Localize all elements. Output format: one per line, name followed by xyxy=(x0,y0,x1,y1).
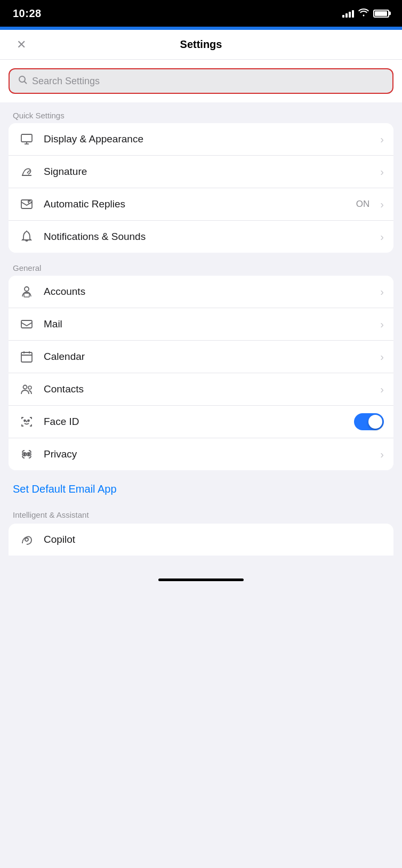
display-appearance-row[interactable]: Display & Appearance › xyxy=(9,123,393,156)
calendar-row[interactable]: Calendar › xyxy=(9,341,393,373)
page-title: Settings xyxy=(180,38,222,51)
svg-rect-14 xyxy=(21,352,32,362)
automatic-replies-value: ON xyxy=(356,199,370,210)
svg-point-25 xyxy=(24,454,26,455)
calendar-icon xyxy=(18,348,35,365)
notifications-sounds-label: Notifications & Sounds xyxy=(44,231,372,243)
quick-settings-label: Quick Settings xyxy=(0,107,402,123)
mail-chevron: › xyxy=(380,318,384,331)
quick-settings-card: Display & Appearance › Signature › xyxy=(9,123,393,253)
svg-point-27 xyxy=(25,538,28,541)
general-label: General xyxy=(0,259,402,276)
faceid-label: Face ID xyxy=(44,416,345,428)
set-default-email-link[interactable]: Set Default Email App xyxy=(0,472,402,504)
notifications-sounds-row[interactable]: Notifications & Sounds › xyxy=(9,221,393,253)
search-bar[interactable]: Search Settings xyxy=(9,68,393,94)
display-chevron: › xyxy=(380,133,384,146)
privacy-chevron: › xyxy=(380,448,384,461)
mail-icon xyxy=(18,316,35,333)
calendar-label: Calendar xyxy=(44,351,372,363)
faceid-row[interactable]: Face ID xyxy=(9,406,393,438)
automatic-replies-label: Automatic Replies xyxy=(44,198,348,210)
display-appearance-label: Display & Appearance xyxy=(44,133,372,145)
mail-label: Mail xyxy=(44,318,372,330)
automatic-replies-chevron: › xyxy=(380,198,384,211)
copilot-row[interactable]: Copilot xyxy=(9,524,393,556)
signature-chevron: › xyxy=(380,166,384,178)
partial-settings-card: Copilot xyxy=(9,524,393,556)
home-indicator-area xyxy=(0,558,402,590)
privacy-icon xyxy=(18,446,35,463)
status-icons xyxy=(342,8,389,19)
signal-icon xyxy=(342,9,354,18)
intelligent-section-label: Intelligent & Assistant xyxy=(0,508,402,524)
accounts-row[interactable]: Accounts › xyxy=(9,276,393,308)
svg-rect-13 xyxy=(21,320,32,328)
svg-point-19 xyxy=(28,386,31,389)
search-icon xyxy=(18,75,28,87)
quick-settings-section: Quick Settings Display & Appearance › xyxy=(0,102,402,255)
svg-line-1 xyxy=(25,81,27,84)
status-bar: 10:28 xyxy=(0,0,402,27)
automatic-replies-row[interactable]: Automatic Replies ON › xyxy=(9,188,393,221)
battery-icon xyxy=(373,10,389,18)
notifications-icon xyxy=(18,228,35,245)
signature-row[interactable]: Signature › xyxy=(9,156,393,188)
copilot-icon xyxy=(18,531,35,548)
header: ✕ Settings xyxy=(0,30,402,60)
contacts-chevron: › xyxy=(380,383,384,396)
close-button[interactable]: ✕ xyxy=(13,36,30,53)
copilot-label: Copilot xyxy=(44,534,384,545)
svg-rect-10 xyxy=(24,293,29,297)
mail-row[interactable]: Mail › xyxy=(9,308,393,341)
contacts-icon xyxy=(18,381,35,398)
general-section: General Accounts › xyxy=(0,255,402,472)
home-indicator xyxy=(158,578,244,581)
svg-point-26 xyxy=(28,454,30,455)
accounts-icon xyxy=(18,283,35,300)
notifications-chevron: › xyxy=(380,231,384,243)
status-time: 10:28 xyxy=(13,7,42,20)
signature-icon xyxy=(18,163,35,180)
automatic-replies-icon xyxy=(18,196,35,213)
svg-point-0 xyxy=(19,76,25,82)
calendar-chevron: › xyxy=(380,351,384,363)
svg-point-21 xyxy=(28,420,29,422)
faceid-icon xyxy=(18,413,35,430)
display-icon xyxy=(18,131,35,148)
signature-label: Signature xyxy=(44,166,372,178)
contacts-label: Contacts xyxy=(44,383,372,395)
intelligent-section: Intelligent & Assistant Copilot xyxy=(0,504,402,558)
privacy-label: Privacy xyxy=(44,448,372,460)
svg-point-20 xyxy=(24,420,26,422)
svg-rect-2 xyxy=(21,134,32,142)
toggle-knob xyxy=(368,415,382,429)
svg-point-9 xyxy=(25,287,29,291)
search-placeholder: Search Settings xyxy=(32,76,100,87)
accounts-label: Accounts xyxy=(44,286,372,298)
general-card: Accounts › Mail › xyxy=(9,276,393,470)
privacy-row[interactable]: Privacy › xyxy=(9,438,393,470)
faceid-toggle[interactable] xyxy=(354,413,384,430)
close-icon: ✕ xyxy=(17,38,26,52)
svg-point-18 xyxy=(23,385,27,389)
accounts-chevron: › xyxy=(380,286,384,298)
wifi-icon xyxy=(358,8,369,19)
contacts-row[interactable]: Contacts › xyxy=(9,373,393,406)
search-container: Search Settings xyxy=(0,60,402,102)
